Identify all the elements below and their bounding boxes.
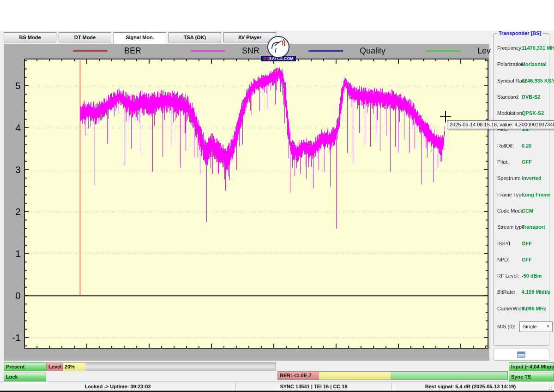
mis-dropdown[interactable]: Single ▼ [519,321,553,332]
transponder-row-code-mode-: Code Mode:CCM [494,207,549,223]
transponder-row-npd-: NPD:OFF [494,255,549,272]
transponder-row-value: 5,096 MHz [522,306,546,311]
dxsatcs-logo: DXSATCS.COM [261,36,296,61]
legend-item-ber: BER [73,46,191,56]
legend-label: SNR [242,46,259,56]
lock-indicator: Lock [4,373,46,381]
chart-legend: BERSNRQualityLevel [73,44,544,58]
transponder-row-pilot-: Pilot:OFF [494,158,549,174]
transponder-rows: Frequency:11470,331 MHzPolarization:Hori… [494,44,549,321]
transponder-row-label: RF Level: [497,273,519,279]
transponder-row-label: Code Mode: [497,208,525,214]
transponder-row-value: CCM [522,208,533,214]
tab-bs-mode[interactable]: BS Mode [4,32,56,42]
status-bar: Locked -> Uptime: 39:23:03 SYNC 13541 | … [0,381,554,391]
transponder-row-value: 0.20 [522,143,531,148]
transponder-row-polarization-: Polarization:Horizontal [494,60,549,76]
tab-signal-mon-[interactable]: Signal Mon. [114,32,166,44]
transponder-row-value: -50 dBm [522,273,542,279]
present-indicator: Present [4,362,46,371]
transponder-row-symbol-rate-: Symbol Rate:4246,935 KS/s [494,77,549,93]
sync-ts-indicator: Sync TS [509,373,554,381]
transponder-row-standard-: Standard:DVB-S2 [494,93,549,109]
transponder-row-value: OFF [522,257,532,262]
transponder-row-spectrum-: Spectrum:Inverted [494,174,549,190]
legend-line-swatch [73,50,108,52]
transponder-row-value: 4,199 Mbit/s [522,289,550,295]
transponder-row-label: Standard: [497,94,519,100]
transponder-row-value: 4246,935 KS/s [522,78,554,83]
transponder-row-issyi: ISSYIOFF [494,239,549,255]
transponder-row-value: Inverted [522,175,542,181]
header-zone [0,0,554,31]
legend-label: Quality [360,46,385,56]
transponder-panel: Transponder [BS] Frequency:11470,331 MHz… [491,31,552,362]
table-icon [517,351,525,358]
transponder-row-label: ISSYI [497,241,510,246]
tab-dt-mode[interactable]: DT Mode [59,32,111,42]
chart-value-tooltip: 2025-05-14 08.15.18, value: 4,3000001907… [447,120,554,129]
resize-grip[interactable] [548,386,553,390]
legend-line-swatch [191,50,225,52]
transponder-row-value: DVB-S2 [522,94,540,100]
transponder-groupbox: Transponder [BS] Frequency:11470,331 MHz… [493,33,549,346]
transponder-row-value: OFF [522,241,532,246]
tab-tsa-ok-[interactable]: TSA (OK) [169,32,221,42]
transponder-list-button[interactable] [493,349,549,361]
transponder-row-value: Horizontal [522,61,547,67]
transponder-row-label: NPD: [497,257,509,262]
transponder-row-label: Spectrum: [497,175,520,181]
legend-item-quality: Quality [308,46,426,56]
mis-value: Single [523,324,537,329]
legend-line-swatch [308,50,343,52]
ber-bar: BER: <1.0E-7 [277,371,508,380]
transponder-row-bitrate-: BitRate:4,199 Mbit/s [494,288,549,304]
transponder-row-value: OFF [522,159,532,165]
input-indicator: Input (~4,04 Mbps) [509,362,554,371]
transponder-row-frequency-: Frequency:11470,331 MHz [494,44,549,60]
mis-label: MIS (0): [497,324,515,329]
transponder-row-label: RollOff: [497,143,514,148]
status-best-signal: Best signal: 5,4 dB (2025-05-13 14:19) [392,382,549,391]
bar-segment-yellow [319,372,390,380]
transponder-row-label: Modulation: [497,110,524,116]
transponder-row-rolloff-: RollOff:0.20 [494,142,549,158]
transponder-row-stream-type-: Stream type:Transport [494,223,549,239]
transponder-row-label: Frequency: [497,45,523,51]
transponder-row-rf-level-: RF Level:-50 dBm [494,272,549,288]
transponder-row-label: Polarization: [497,61,525,67]
transponder-row-label: BitRate: [497,289,515,295]
bar-segment-green [391,372,507,380]
chevron-down-icon: ▼ [546,322,550,331]
transponder-row-carrierwidth-: CarrierWidth:5,096 MHz [494,304,549,321]
mis-row: MIS (0): Single ▼ [494,321,549,333]
transponder-row-value: Long Frame [522,192,551,197]
level-bar: Level: 20% [46,362,276,371]
transponder-row-value: QPSK-S2 [522,110,544,116]
status-locked-uptime: Locked -> Uptime: 39:23:03 [0,382,235,391]
transponder-row-value: Transport [522,224,545,230]
transponder-title: Transponder [BS] [497,30,542,36]
status-sync-counters: SYNC 13541 | TEI 16 | CC 18 [236,382,391,391]
transponder-row-frame-type-: Frame Type:Long Frame [494,190,549,207]
dxsatcs-logo-dish-icon [267,36,289,58]
crosshair-cursor-vertical [445,111,446,122]
transponder-row-value: 11470,331 MHz [522,45,554,51]
bar-label: Level: 20% [48,363,75,371]
signal-monitor-chart-panel: BERSNRQualityLevel [4,44,489,361]
snr-chart-canvas[interactable] [4,44,489,361]
signal-analyzer-window: { "window": { "title": "Signal Analyzer"… [0,0,554,392]
legend-label: BER [124,46,141,56]
legend-line-swatch [426,50,461,52]
mode-tabs: BS ModeDT ModeSignal Mon.TSA (OK)AV Play… [4,32,276,44]
bar-label: BER: <1.0E-7 [280,372,312,380]
transponder-row-label: Pilot: [497,159,508,165]
